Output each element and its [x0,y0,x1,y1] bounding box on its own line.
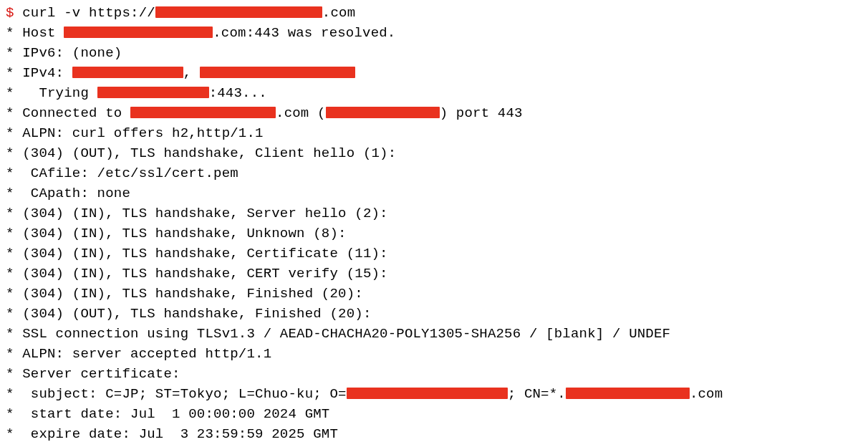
trying-line: * Trying :443... [6,85,267,101]
prompt-symbol: $ [6,5,14,21]
cafile-line: * CAfile: /etc/ssl/cert.pem [6,165,238,181]
text: * Trying [6,85,97,101]
connected-line: * Connected to .com () port 443 [6,105,523,121]
tls-out-clienthello-line: * (304) (OUT), TLS handshake, Client hel… [6,145,396,161]
redacted-host [64,27,213,38]
capath-line: * CApath: none [6,186,130,201]
terminal-output: $ curl -v https://.com * Host .com:443 w… [0,0,868,447]
ssl-connection-line: * SSL connection using TLSv1.3 / AEAD-CH… [6,326,670,342]
tls-in-certverify-line: * (304) (IN), TLS handshake, CERT verify… [6,266,388,282]
text: * Host [6,25,64,41]
tls-in-finished-line: * (304) (IN), TLS handshake, Finished (2… [6,286,363,302]
text: .com ( [276,105,326,121]
text: .com:443 was resolved. [213,25,395,41]
cert-subject-line: * subject: C=JP; ST=Tokyo; L=Chuo-ku; O=… [6,386,723,402]
redacted-ip [72,67,183,78]
cert-expire-date-line: * expire date: Jul 3 23:59:59 2025 GMT [6,426,338,442]
tls-in-serverhello-line: * (304) (IN), TLS handshake, Server hell… [6,206,388,221]
redacted-url [155,6,322,18]
text: , [183,65,200,81]
prompt-line: $ curl -v https://.com [6,5,355,21]
command-text-tail: .com [322,5,355,21]
host-resolved-line: * Host .com:443 was resolved. [6,25,395,41]
text: :443... [209,85,267,101]
text: ) port 443 [440,105,523,121]
redacted-ip [326,107,440,118]
ipv6-line: * IPv6: (none) [6,45,122,61]
tls-in-certificate-line: * (304) (IN), TLS handshake, Certificate… [6,246,388,261]
cert-start-date-line: * start date: Jul 1 00:00:00 2024 GMT [6,406,329,422]
tls-in-unknown-line: * (304) (IN), TLS handshake, Unknown (8)… [6,226,347,241]
text: ; CN=*. [508,386,566,402]
redacted-cn [566,388,690,399]
text: .com [690,386,723,402]
text: * Connected to [6,105,130,121]
redacted-org [347,388,508,399]
server-cert-header-line: * Server certificate: [6,366,180,382]
text: * IPv4: [6,65,72,81]
redacted-ip [97,87,209,98]
command-text: curl -v https:// [14,5,155,21]
ipv4-line: * IPv4: , [6,65,355,81]
tls-out-finished-line: * (304) (OUT), TLS handshake, Finished (… [6,306,371,322]
redacted-ip [200,67,355,78]
redacted-host [130,107,276,118]
text: * subject: C=JP; ST=Tokyo; L=Chuo-ku; O= [6,386,347,402]
alpn-offer-line: * ALPN: curl offers h2,http/1.1 [6,125,264,141]
alpn-accepted-line: * ALPN: server accepted http/1.1 [6,346,271,362]
